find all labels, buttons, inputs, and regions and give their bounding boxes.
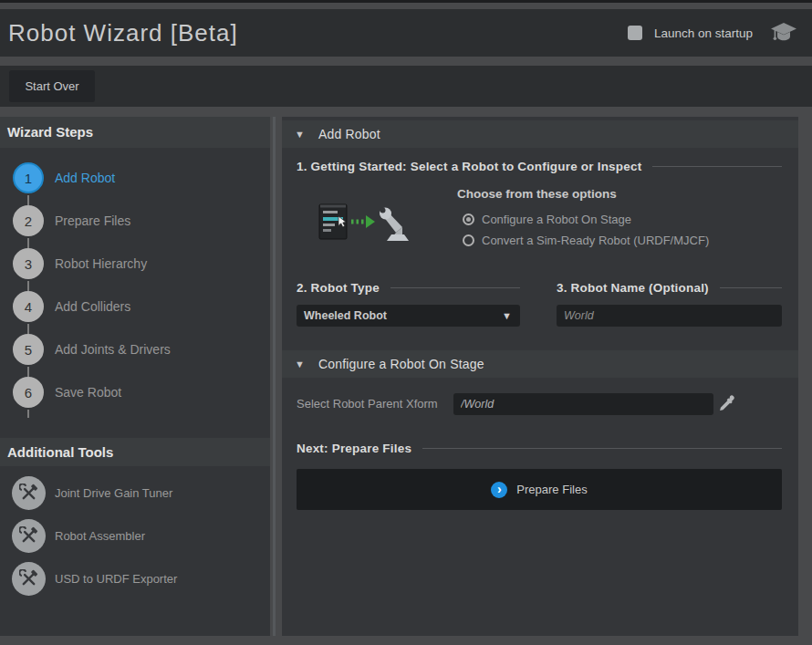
radio-convert-sim-ready[interactable]: Convert a Sim-Ready Robot (URDF/MJCF): [463, 232, 709, 248]
eyedropper-icon[interactable]: [719, 395, 734, 417]
step-label: Save Robot: [55, 385, 121, 400]
step-number: 2: [25, 213, 32, 229]
tool-label: USD to URDF Exporter: [55, 572, 177, 586]
sidebar-step-save-robot[interactable]: 6 Save Robot: [0, 377, 270, 408]
getting-started-row: 1. Getting Started: Select a Robot to Co…: [297, 160, 782, 173]
robot-type-label: 2. Robot Type: [297, 281, 380, 295]
robot-type-value: Wheeled Robot: [304, 309, 387, 322]
next-arrow-icon: ›: [491, 482, 507, 498]
add-robot-panel: ▼ Add Robot 1. Getting Started: Select a…: [282, 117, 798, 636]
next-step-label: Next: Prepare Files: [297, 442, 411, 455]
sidebar-step-add-colliders[interactable]: 4 Add Colliders: [0, 291, 270, 322]
step-label: Robot Hierarchy: [55, 256, 147, 271]
section-title: Add Robot: [318, 127, 380, 141]
divider-line: [652, 166, 782, 167]
next-step-row: Next: Prepare Files: [297, 442, 782, 455]
step-3-badge: 3: [13, 248, 44, 279]
titlebar: Robot Wizard [Beta] Launch on startup: [0, 9, 812, 57]
step-connector: [27, 367, 29, 377]
step-number: 3: [25, 256, 32, 272]
window-top-border: [0, 0, 812, 3]
step-6-badge: 6: [13, 377, 44, 408]
step-number: 6: [25, 385, 32, 401]
step-label: Add Joints & Drivers: [55, 342, 171, 357]
robot-name-label: 3. Robot Name (Optional): [557, 281, 709, 295]
section-title: Configure a Robot On Stage: [318, 357, 484, 371]
getting-started-label: 1. Getting Started: Select a Robot to Co…: [297, 160, 641, 173]
radio-icon: [463, 213, 474, 225]
robot-arm-icon: [380, 208, 409, 242]
radio-icon: [463, 234, 474, 246]
launch-on-startup-checkbox[interactable]: [628, 26, 642, 40]
crossed-tools-icon: [12, 562, 46, 596]
tool-robot-assembler[interactable]: Robot Assembler: [0, 519, 270, 553]
step-connector: [27, 410, 29, 418]
radio-label: Convert a Sim-Ready Robot (URDF/MJCF): [482, 234, 709, 247]
sidebar-step-add-robot[interactable]: 1 Add Robot: [0, 162, 270, 193]
step-number: 4: [25, 299, 32, 315]
sidebar-scrollbar[interactable]: [273, 117, 276, 636]
chevron-down-icon: ▼: [502, 310, 512, 321]
start-over-button[interactable]: Start Over: [9, 70, 95, 102]
robot-type-dropdown[interactable]: Wheeled Robot ▼: [297, 305, 520, 327]
step-2-badge: 2: [13, 205, 44, 236]
collapse-triangle-icon: ▼: [295, 129, 305, 140]
tool-usd-to-urdf-exporter[interactable]: USD to URDF Exporter: [0, 562, 270, 596]
radio-label: Configure a Robot On Stage: [482, 213, 631, 226]
step-4-badge: 4: [13, 291, 44, 322]
robot-name-input[interactable]: [557, 305, 782, 327]
step-label: Add Colliders: [55, 299, 130, 314]
step-label: Add Robot: [55, 171, 115, 185]
tool-label: Joint Drive Gain Tuner: [55, 486, 172, 500]
collapse-triangle-icon: ▼: [295, 359, 305, 369]
tool-label: Robot Assembler: [55, 529, 145, 543]
step-number: 1: [25, 171, 32, 186]
sidebar-step-prepare-files[interactable]: 2 Prepare Files: [0, 205, 270, 236]
sidebar-step-robot-hierarchy[interactable]: 3 Robot Hierarchy: [0, 248, 270, 279]
stage-to-robot-illustration: [318, 203, 410, 246]
step-connector: [27, 195, 29, 205]
step-connector: [27, 281, 29, 291]
tutorial-graduation-cap-icon[interactable]: [770, 22, 797, 44]
robot-name-label-row: 3. Robot Name (Optional): [557, 281, 782, 295]
wizard-steps-panel: Wizard Steps 1 Add Robot 2 Prepare Files…: [0, 117, 270, 636]
step-5-badge: 5: [13, 334, 44, 365]
divider-line: [422, 448, 782, 449]
crossed-tools-icon: [12, 519, 46, 553]
green-arrow-icon: [351, 215, 375, 228]
divider-line: [390, 287, 520, 288]
step-connector: [27, 238, 29, 248]
stage-list-icon: [319, 204, 347, 239]
launch-on-startup-label: Launch on startup: [654, 26, 753, 40]
tool-joint-drive-gain-tuner[interactable]: Joint Drive Gain Tuner: [0, 476, 270, 510]
robot-type-label-row: 2. Robot Type: [297, 281, 520, 295]
parent-xform-input[interactable]: [453, 393, 713, 415]
step-label: Prepare Files: [55, 213, 130, 228]
titlebar-actions: Launch on startup: [628, 9, 797, 57]
crossed-tools-icon: [12, 476, 46, 510]
sidebar-step-add-joints-drivers[interactable]: 5 Add Joints & Drivers: [0, 334, 270, 365]
step-connector: [27, 324, 29, 334]
wizard-steps-header: Wizard Steps: [0, 117, 270, 148]
step-number: 5: [25, 342, 32, 358]
divider-line: [720, 287, 782, 288]
add-robot-section-header[interactable]: ▼ Add Robot: [282, 120, 798, 148]
prepare-files-button-label: Prepare Files: [516, 483, 587, 496]
configure-on-stage-section-header[interactable]: ▼ Configure a Robot On Stage: [282, 350, 798, 378]
step-1-badge: 1: [13, 162, 44, 193]
robot-wizard-window: Robot Wizard [Beta] Launch on startup St…: [0, 0, 812, 645]
additional-tools-header: Additional Tools: [0, 438, 270, 466]
radio-configure-on-stage[interactable]: Configure a Robot On Stage: [463, 211, 631, 227]
parent-xform-label: Select Robot Parent Xform: [297, 393, 438, 415]
prepare-files-button[interactable]: › Prepare Files: [297, 469, 782, 510]
toolbar: Start Over: [0, 66, 812, 107]
window-title: Robot Wizard [Beta]: [0, 19, 238, 47]
choose-options-label: Choose from these options: [457, 187, 617, 201]
